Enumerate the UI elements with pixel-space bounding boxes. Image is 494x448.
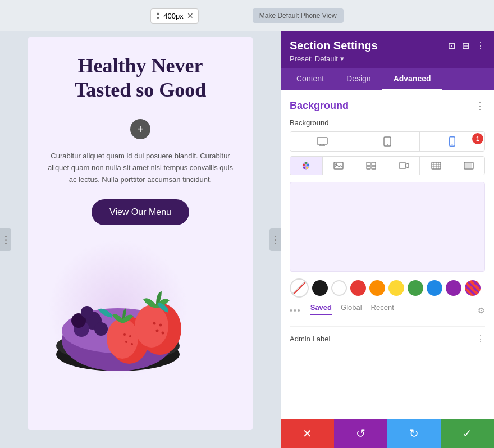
phone-preview: Healthy Never Tasted so Good + Curabitur… [28,37,253,430]
admin-label-title: Admin Label [290,335,330,343]
color-tabs: Saved Global Recent [310,303,478,317]
tab-advanced[interactable]: Advanced [382,68,442,90]
swatch-purple[interactable] [446,280,461,296]
add-section-button[interactable]: + [130,119,150,139]
confirm-button[interactable]: ✓ [441,419,494,448]
fruit-bowl-svg [39,242,196,377]
gallery-icon [366,162,376,170]
bg-type-video-button[interactable] [387,157,420,175]
settings-panel: Section Settings ⊡ ⊟ ⋮ Preset: Default ▾… [281,31,494,448]
device-selector: 1 [290,131,485,152]
svg-point-20 [81,306,93,318]
bg-type-selector [290,156,485,175]
swatch-black[interactable] [312,280,328,296]
swatch-blue[interactable] [427,280,442,296]
main-area: Healthy Never Tasted so Good + Curabitur… [0,31,494,448]
image-icon [333,162,344,170]
svg-rect-48 [465,163,472,168]
swatch-striped[interactable] [465,280,481,296]
video-icon [399,162,409,170]
bg-type-color-button[interactable] [290,157,323,175]
cancel-button[interactable]: ✕ [281,419,334,448]
tab-design[interactable]: Design [335,68,382,90]
svg-point-28 [452,144,453,145]
svg-rect-38 [367,166,370,169]
mobile-icon [449,136,455,147]
view-menu-button[interactable]: View Our Menu [92,199,189,225]
svg-point-16 [159,323,162,326]
color-tab-recent[interactable]: Recent [371,303,394,315]
color-tab-global[interactable]: Global [341,303,362,315]
device-mobile-button[interactable]: 1 [420,132,484,151]
preset-row[interactable]: Preset: Default ▾ [290,54,485,63]
bg-label: Background [290,118,485,127]
svg-point-18 [162,331,164,334]
svg-point-6 [94,322,108,336]
svg-rect-21 [317,138,327,144]
color-settings-icon[interactable]: ⚙ [478,306,485,315]
svg-point-26 [387,144,388,145]
bg-type-image-button[interactable] [323,157,355,175]
mask-icon [464,162,474,170]
swatch-red[interactable] [350,280,366,296]
swatch-yellow[interactable] [388,280,404,296]
expand-icon[interactable]: ⊡ [448,40,455,51]
swatch-orange[interactable] [369,280,385,296]
bg-type-gallery-button[interactable] [355,157,388,175]
settings-header: Section Settings ⊡ ⊟ ⋮ Preset: Default ▾ [281,31,494,68]
width-close-button[interactable]: ✕ [187,11,194,20]
bg-type-pattern-button[interactable] [420,157,452,175]
color-picker-icon [301,161,310,170]
preview-body-text: Curabitur aliquet quam id dui posuere bl… [45,150,236,185]
columns-icon[interactable]: ⊟ [462,40,469,51]
color-preview [290,182,485,272]
swatch-transparent[interactable] [290,278,309,298]
svg-point-29 [303,164,305,166]
settings-title: Section Settings [290,39,378,52]
admin-label-menu[interactable]: ⋮ [476,333,485,344]
resize-handle-right[interactable] [269,228,281,251]
device-desktop-button[interactable] [290,132,355,151]
svg-point-12 [131,343,133,345]
width-arrows[interactable]: ▲ ▼ [155,11,160,21]
svg-point-11 [125,341,127,343]
svg-point-9 [124,333,126,336]
bg-type-mask-button[interactable] [452,157,484,175]
width-value: 400px [163,12,183,20]
svg-rect-40 [399,163,406,168]
svg-point-14 [135,305,168,348]
more-icon[interactable]: ⋮ [476,40,485,51]
color-swatches-row [290,278,485,298]
settings-body: Background ⋮ Background [281,90,494,419]
background-menu-icon[interactable]: ⋮ [475,99,485,112]
swatch-white[interactable] [331,280,347,296]
svg-point-8 [107,318,138,359]
dots-menu[interactable]: ••• [290,306,301,315]
width-control[interactable]: ▲ ▼ 400px ✕ [150,8,198,24]
color-tab-saved[interactable]: Saved [310,303,332,315]
swatch-green[interactable] [408,280,423,296]
resize-handle-left[interactable] [0,228,11,251]
preview-image [28,236,208,382]
svg-point-33 [303,167,305,169]
svg-rect-39 [372,166,376,169]
tablet-icon [383,136,391,147]
pattern-icon [431,162,441,170]
make-default-button[interactable]: Make Default Phone View [253,8,344,23]
top-bar: ▲ ▼ 400px ✕ Make Default Phone View [0,0,494,31]
background-title: Background [290,100,349,112]
notification-badge: 1 [472,133,483,144]
preview-panel: Healthy Never Tasted so Good + Curabitur… [0,31,281,448]
device-tablet-button[interactable] [355,132,420,151]
background-section: Background ⋮ Background [290,99,485,317]
svg-point-17 [156,329,159,332]
tabs-row: Content Design Advanced [281,68,494,90]
svg-point-32 [306,167,308,169]
tab-content[interactable]: Content [285,68,335,90]
redo-button[interactable]: ↻ [387,419,441,448]
svg-point-15 [153,322,156,324]
svg-rect-34 [334,162,343,169]
undo-button[interactable]: ↺ [334,419,387,448]
svg-point-31 [307,164,309,166]
svg-point-30 [305,162,307,164]
